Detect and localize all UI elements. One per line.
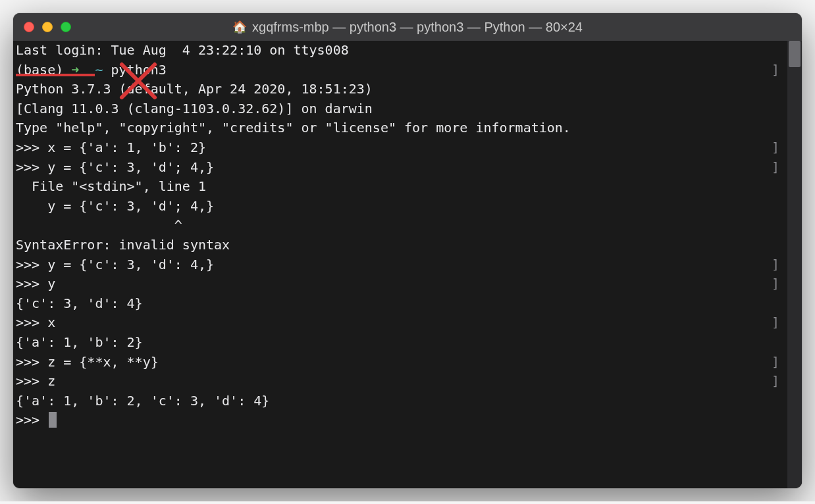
terminal-text: y = {'c': 3, 'd'; 4,} xyxy=(16,198,214,214)
minimize-button[interactable] xyxy=(42,22,53,32)
scrollbar-thumb[interactable] xyxy=(789,41,801,67)
terminal-text: File "<stdin>", line 1 xyxy=(16,178,206,194)
title-text: xgqfrms-mbp — python3 — python3 — Python… xyxy=(252,20,583,35)
terminal-line: Last login: Tue Aug 4 23:22:10 on ttys00… xyxy=(16,41,799,61)
terminal-text: [Clang 11.0.3 (clang-1103.0.32.62)] on d… xyxy=(16,101,373,116)
terminal-line: {'a': 1, 'b': 2} xyxy=(16,333,799,353)
terminal-text: >>> y = {'c': 3, 'd'; 4,} xyxy=(16,158,214,178)
title-bar: 🏠 xgqfrms-mbp — python3 — python3 — Pyth… xyxy=(13,13,802,41)
terminal-line: File "<stdin>", line 1 xyxy=(16,177,799,197)
terminal-content[interactable]: Last login: Tue Aug 4 23:22:10 on ttys00… xyxy=(13,41,802,430)
scrollbar-track[interactable] xyxy=(787,41,802,488)
terminal-text: ^ xyxy=(16,217,182,233)
terminal-line: Python 3.7.3 (default, Apr 24 2020, 18:5… xyxy=(16,80,799,99)
terminal-line: >>> x] xyxy=(16,313,799,333)
terminal-text: >>> z = {**x, **y} xyxy=(16,353,159,372)
terminal-line: >>> x = {'a': 1, 'b': 2}] xyxy=(16,138,799,158)
terminal-line: >>> y = {'c': 3, 'd': 4,}] xyxy=(16,255,799,275)
terminal-text: {'c': 3, 'd': 4} xyxy=(16,295,143,311)
terminal-line: >>> y = {'c': 3, 'd'; 4,}] xyxy=(16,158,799,178)
terminal-text: SyntaxError: invalid syntax xyxy=(16,237,230,253)
terminal-line: y = {'c': 3, 'd'; 4,} xyxy=(16,197,799,216)
terminal-line: {'c': 3, 'd': 4} xyxy=(16,294,799,314)
home-icon: 🏠 xyxy=(232,20,247,34)
prompt-tilde: ~ xyxy=(95,62,111,78)
terminal-body[interactable]: Last login: Tue Aug 4 23:22:10 on ttys00… xyxy=(13,41,802,488)
terminal-line: >>> xyxy=(16,411,799,430)
terminal-text: >>> z xyxy=(16,372,55,391)
close-button[interactable] xyxy=(24,22,34,32)
terminal-line: {'a': 1, 'b': 2, 'c': 3, 'd': 4} xyxy=(16,391,799,411)
terminal-text: {'a': 1, 'b': 2} xyxy=(16,334,143,350)
terminal-line: [Clang 11.0.3 (clang-1103.0.32.62)] on d… xyxy=(16,99,799,119)
terminal-text: {'a': 1, 'b': 2, 'c': 3, 'd': 4} xyxy=(16,393,269,409)
terminal-text: Type "help", "copyright", "credits" or "… xyxy=(16,120,571,136)
terminal-line: >>> z = {**x, **y}] xyxy=(16,353,799,372)
terminal-window: 🏠 xgqfrms-mbp — python3 — python3 — Pyth… xyxy=(13,13,802,488)
terminal-line: >>> y] xyxy=(16,274,799,294)
traffic-lights xyxy=(24,22,71,32)
terminal-text: >>> x xyxy=(16,313,55,333)
cursor xyxy=(49,412,57,428)
prompt-command: python3 xyxy=(111,62,167,78)
red-underline-annotation xyxy=(16,74,95,76)
terminal-text: >>> y = {'c': 3, 'd': 4,} xyxy=(16,255,214,275)
terminal-line: (base) ➜ ~ python3] xyxy=(16,61,799,80)
maximize-button[interactable] xyxy=(61,22,71,32)
terminal-line: ^ xyxy=(16,216,799,236)
terminal-line: Type "help", "copyright", "credits" or "… xyxy=(16,118,799,138)
window-title: 🏠 xgqfrms-mbp — python3 — python3 — Pyth… xyxy=(232,20,583,35)
terminal-line: SyntaxError: invalid syntax xyxy=(16,236,799,255)
terminal-line: >>> z] xyxy=(16,372,799,391)
terminal-text: Last login: Tue Aug 4 23:22:10 on ttys00… xyxy=(16,42,349,58)
terminal-text: >>> x = {'a': 1, 'b': 2} xyxy=(16,138,206,158)
terminal-text: Python 3.7.3 (default, Apr 24 2020, 18:5… xyxy=(16,81,373,97)
terminal-text: >>> y xyxy=(16,274,55,294)
